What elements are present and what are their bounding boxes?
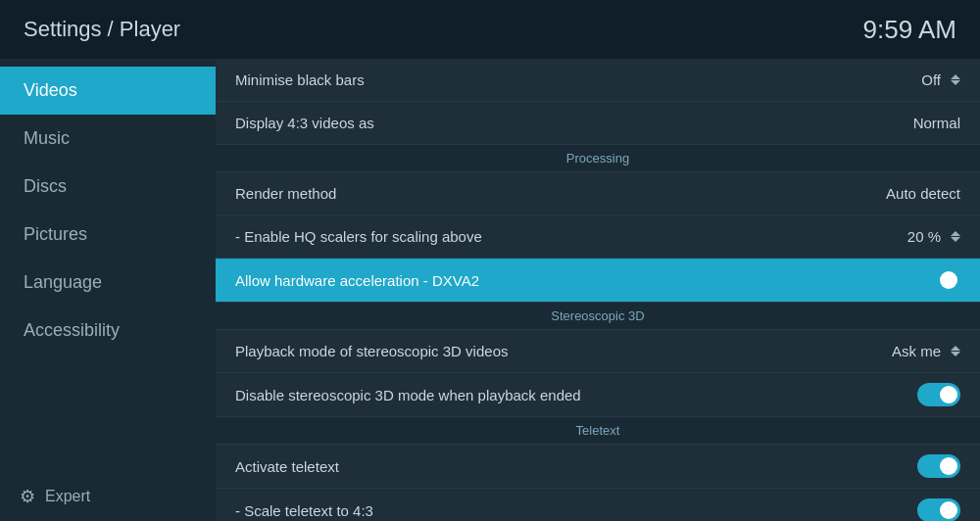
sidebar-item-music[interactable]: Music bbox=[0, 115, 216, 163]
arrow-up-icon[interactable] bbox=[951, 231, 960, 236]
setting-value: Auto detect bbox=[886, 185, 960, 202]
sidebar: Videos Music Discs Pictures Language Acc… bbox=[0, 59, 216, 521]
setting-row-disable-stereo[interactable]: Disable stereoscopic 3D mode when playba… bbox=[216, 373, 980, 417]
arrow-down-icon[interactable] bbox=[951, 80, 960, 85]
arrow-up-icon[interactable] bbox=[951, 346, 960, 351]
setting-label: Disable stereoscopic 3D mode when playba… bbox=[235, 387, 581, 403]
setting-row-display-43[interactable]: Display 4:3 videos as Normal bbox=[216, 102, 980, 145]
setting-value: Off bbox=[921, 71, 960, 88]
arrow-down-icon[interactable] bbox=[951, 352, 960, 356]
page-title: Settings / Player bbox=[24, 17, 180, 42]
setting-value bbox=[917, 383, 960, 406]
setting-value: Ask me bbox=[892, 343, 960, 359]
header: Settings / Player 9:59 AM bbox=[0, 0, 980, 59]
setting-label: Playback mode of stereoscopic 3D videos bbox=[235, 343, 508, 359]
section-header-stereoscopic: Stereoscopic 3D bbox=[216, 303, 980, 330]
sidebar-footer: ⚙ Expert bbox=[0, 472, 216, 521]
setting-value bbox=[917, 454, 960, 478]
setting-value bbox=[917, 268, 960, 292]
main-layout: Videos Music Discs Pictures Language Acc… bbox=[0, 59, 980, 521]
clock: 9:59 AM bbox=[863, 15, 956, 45]
gear-icon: ⚙ bbox=[20, 486, 35, 507]
setting-row-minimise-black-bars[interactable]: Minimise black bars Off bbox=[216, 59, 980, 102]
sidebar-item-language[interactable]: Language bbox=[0, 259, 216, 307]
sidebar-item-videos[interactable]: Videos bbox=[0, 67, 216, 115]
toggle-disable-stereo[interactable] bbox=[917, 383, 960, 406]
sidebar-item-discs[interactable]: Discs bbox=[0, 163, 216, 211]
arrows-control[interactable] bbox=[951, 231, 960, 242]
section-header-processing: Processing bbox=[216, 145, 980, 172]
setting-value: Normal bbox=[913, 115, 960, 131]
setting-value: 20 % bbox=[907, 228, 960, 245]
setting-label: Activate teletext bbox=[235, 458, 339, 475]
setting-label: - Enable HQ scalers for scaling above bbox=[235, 228, 482, 245]
setting-value bbox=[917, 498, 960, 521]
sidebar-item-accessibility[interactable]: Accessibility bbox=[0, 307, 216, 355]
arrows-control[interactable] bbox=[951, 346, 960, 356]
arrow-up-icon[interactable] bbox=[951, 74, 960, 79]
toggle-activate-teletext[interactable] bbox=[917, 454, 960, 478]
setting-label: - Scale teletext to 4:3 bbox=[235, 502, 373, 519]
arrow-down-icon[interactable] bbox=[951, 237, 960, 242]
setting-row-activate-teletext[interactable]: Activate teletext bbox=[216, 445, 980, 489]
setting-label: Minimise black bars bbox=[235, 71, 365, 88]
setting-label: Render method bbox=[235, 185, 336, 202]
setting-label: Allow hardware acceleration - DXVA2 bbox=[235, 272, 479, 289]
settings-content: Minimise black bars Off Display 4:3 vide… bbox=[216, 59, 980, 521]
sidebar-item-pictures[interactable]: Pictures bbox=[0, 211, 216, 259]
setting-row-render-method[interactable]: Render method Auto detect bbox=[216, 172, 980, 215]
setting-label: Display 4:3 videos as bbox=[235, 115, 374, 131]
arrows-control[interactable] bbox=[951, 74, 960, 85]
toggle-hw-accel[interactable] bbox=[917, 268, 960, 292]
setting-row-hw-accel[interactable]: Allow hardware acceleration - DXVA2 bbox=[216, 259, 980, 303]
setting-row-scale-teletext[interactable]: - Scale teletext to 4:3 bbox=[216, 489, 980, 521]
expert-label: Expert bbox=[45, 488, 90, 505]
toggle-scale-teletext[interactable] bbox=[917, 498, 960, 521]
setting-row-hq-scalers[interactable]: - Enable HQ scalers for scaling above 20… bbox=[216, 215, 980, 259]
setting-row-playback-mode[interactable]: Playback mode of stereoscopic 3D videos … bbox=[216, 330, 980, 373]
section-header-teletext: Teletext bbox=[216, 417, 980, 445]
